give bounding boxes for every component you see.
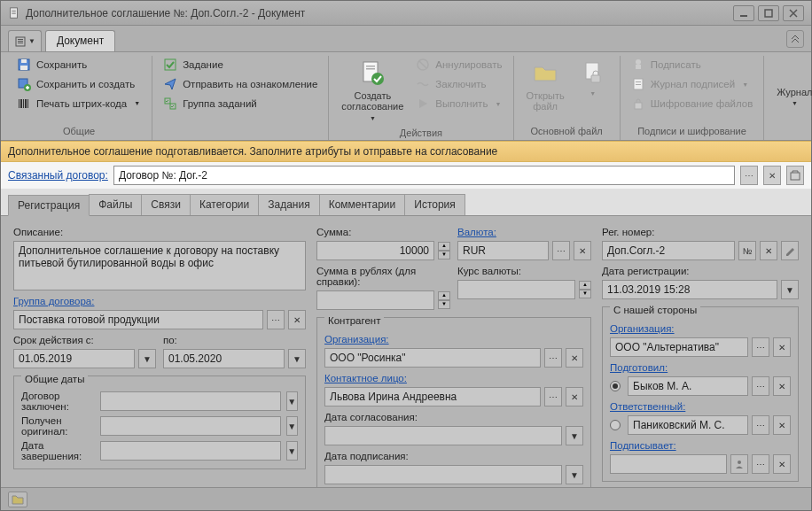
main-menu-button[interactable]: ▼ (8, 30, 42, 51)
tab-links[interactable]: Связи (141, 194, 191, 215)
valid-to-input[interactable] (163, 349, 285, 368)
responsible-input[interactable] (628, 415, 748, 435)
completion-date-input[interactable] (100, 441, 281, 461)
responsible-radio[interactable] (610, 420, 621, 430)
our-org-input[interactable] (610, 337, 748, 357)
date-dropdown-button[interactable]: ▼ (138, 349, 156, 368)
description-input[interactable] (13, 241, 306, 290)
signer-input[interactable] (610, 454, 727, 474)
currency-label[interactable]: Валюта: (457, 225, 591, 237)
execute-button[interactable]: Выполнить▼ (412, 95, 505, 112)
clear-button[interactable]: ✕ (773, 415, 791, 435)
sign-date-input[interactable] (324, 465, 562, 484)
tab-tasks[interactable]: Задания (258, 194, 319, 215)
clear-button[interactable]: ✕ (773, 454, 791, 474)
contact-label[interactable]: Контактное лицо: (324, 371, 583, 383)
pick-button[interactable]: ⋯ (552, 241, 570, 260)
concluded-input[interactable] (100, 391, 281, 411)
clear-button[interactable]: ✕ (288, 310, 306, 329)
send-review-button[interactable]: Отправить на ознакомление (160, 75, 321, 93)
date-dropdown-button[interactable]: ▼ (566, 426, 583, 445)
date-dropdown-button[interactable]: ▼ (288, 349, 306, 368)
reg-date-input[interactable] (602, 280, 777, 299)
pick-button[interactable]: ⋯ (752, 376, 769, 396)
task-group-button[interactable]: Группа заданий (160, 95, 321, 112)
sign-button[interactable]: Подписать (628, 56, 757, 74)
signer-extra-button[interactable] (730, 454, 748, 474)
linked-contract-input[interactable] (113, 166, 735, 185)
sum-rub-input[interactable] (316, 290, 434, 310)
tab-categories[interactable]: Категории (190, 194, 259, 215)
ribbon-collapse-button[interactable] (786, 30, 804, 48)
sum-spinner[interactable]: ▲▼ (438, 242, 450, 259)
pick-button[interactable]: ⋯ (752, 454, 769, 474)
date-dropdown-button[interactable]: ▼ (286, 416, 298, 436)
approval-date-input[interactable] (324, 426, 562, 445)
original-received-input[interactable] (100, 416, 281, 436)
pick-button[interactable]: ⋯ (752, 337, 769, 357)
task-button[interactable]: Задание (160, 56, 321, 74)
ribbon: Сохранить Сохранить и создать Печать штр… (1, 52, 811, 141)
clear-button[interactable]: ✕ (574, 241, 591, 260)
linked-open-button[interactable] (786, 166, 804, 185)
sum-input[interactable] (316, 241, 434, 260)
rate-input[interactable] (457, 280, 575, 299)
date-dropdown-button[interactable]: ▼ (286, 441, 298, 461)
status-folder-button[interactable] (8, 492, 27, 507)
sum-rub-spinner[interactable]: ▲▼ (438, 291, 450, 309)
close-button[interactable] (783, 5, 804, 21)
prepared-input[interactable] (628, 376, 748, 396)
minimize-button[interactable] (733, 5, 754, 21)
prepared-label[interactable]: Подготовил: (610, 360, 791, 373)
sign-log-button[interactable]: Журнал подписей▼ (628, 75, 757, 93)
signer-label[interactable]: Подписывает: (610, 438, 791, 451)
currency-input[interactable] (457, 241, 549, 260)
date-dropdown-button[interactable]: ▼ (286, 391, 298, 411)
create-approval-button[interactable]: Создатьсогласование ▼ (336, 56, 409, 126)
pick-button[interactable]: ⋯ (267, 310, 285, 329)
maximize-button[interactable] (758, 5, 779, 21)
clear-button[interactable]: ✕ (566, 387, 583, 406)
journal-button[interactable]: Журнал ▼ (771, 56, 812, 124)
organization-label[interactable]: Организация: (324, 332, 583, 345)
save-button[interactable]: Сохранить (13, 56, 144, 74)
encrypt-button[interactable]: Шифрование файлов (628, 95, 757, 112)
tab-history[interactable]: История (404, 194, 465, 215)
clear-button[interactable]: ✕ (773, 337, 791, 357)
reg-no-edit-button[interactable] (781, 241, 799, 260)
linked-clear-button[interactable]: ✕ (763, 166, 781, 185)
contact-input[interactable] (324, 387, 541, 406)
ribbon-group-mainfile: Открытьфайл ▼ Основной файл (514, 56, 621, 140)
date-dropdown-button[interactable]: ▼ (781, 280, 799, 299)
pick-button[interactable]: ⋯ (544, 348, 562, 368)
reg-no-input[interactable] (602, 241, 735, 260)
contract-group-input[interactable] (13, 310, 263, 329)
print-barcode-button[interactable]: Печать штрих-кода▼ (13, 95, 144, 112)
pick-button[interactable]: ⋯ (544, 387, 562, 406)
save-and-create-button[interactable]: Сохранить и создать (13, 75, 144, 93)
valid-from-input[interactable] (13, 349, 135, 368)
clear-button[interactable]: ✕ (773, 376, 791, 396)
prepared-radio[interactable] (610, 381, 621, 391)
linked-contract-label[interactable]: Связанный договор: (8, 169, 108, 182)
tab-files[interactable]: Файлы (89, 194, 142, 215)
annul-button[interactable]: Аннулировать (412, 56, 505, 74)
open-file-button[interactable]: Открытьфайл (521, 56, 570, 124)
ribbon-group-label: Действия (336, 126, 505, 140)
organization-input[interactable] (324, 348, 541, 368)
contract-group-label[interactable]: Группа договора: (13, 294, 306, 306)
reg-no-clear-button[interactable]: ✕ (760, 241, 777, 260)
conclude-button[interactable]: Заключить (412, 75, 505, 93)
linked-pick-button[interactable]: ⋯ (740, 166, 758, 185)
file-extra-button[interactable]: ▼ (574, 56, 613, 124)
date-dropdown-button[interactable]: ▼ (566, 465, 583, 484)
tab-comments[interactable]: Комментарии (319, 194, 406, 215)
pick-button[interactable]: ⋯ (752, 415, 769, 435)
clear-button[interactable]: ✕ (566, 348, 583, 368)
tab-document[interactable]: Документ (45, 30, 115, 51)
responsible-label[interactable]: Ответственный: (610, 399, 791, 412)
reg-no-gen-button[interactable]: № (738, 241, 756, 260)
tab-registration[interactable]: Регистрация (8, 195, 90, 216)
our-org-label[interactable]: Организация: (610, 321, 791, 334)
rate-spinner[interactable]: ▲▼ (579, 281, 591, 298)
